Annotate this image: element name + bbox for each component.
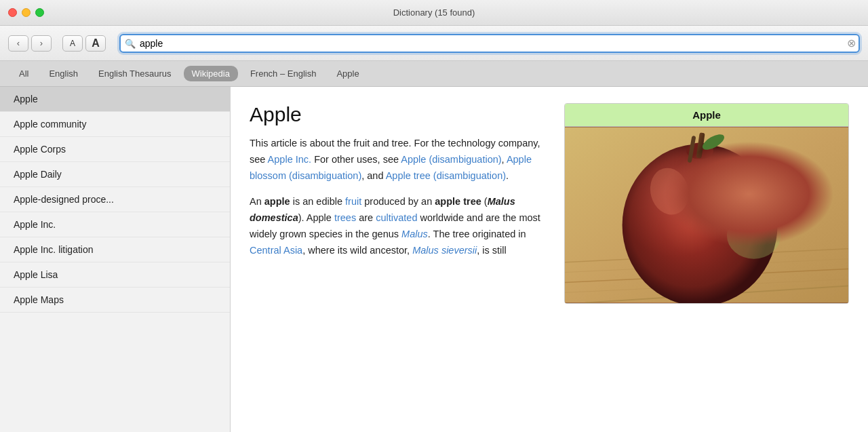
sidebar: Apple Apple community Apple Corps Apple …	[0, 87, 231, 432]
link-central-asia[interactable]: Central Asia	[250, 245, 302, 256]
article-text: Apple This article is about the fruit an…	[250, 103, 548, 416]
text-apple-bold: apple	[264, 196, 290, 207]
tab-english-thesaurus[interactable]: English Thesaurus	[90, 66, 179, 81]
article-paragraph-1: This article is about the fruit and tree…	[250, 136, 548, 184]
sidebar-item-apple-maps[interactable]: Apple Maps	[0, 288, 230, 313]
article-body: This article is about the fruit and tree…	[250, 136, 548, 258]
sidebar-item-apple-lisa[interactable]: Apple Lisa	[0, 262, 230, 288]
link-malus-sieversii[interactable]: Malus sieversii	[412, 245, 477, 256]
sidebar-item-apple-inc[interactable]: Apple Inc.	[0, 212, 230, 237]
close-button[interactable]	[8, 8, 17, 17]
svg-point-13	[727, 212, 781, 259]
tab-wikipedia[interactable]: Wikipedia	[184, 66, 238, 81]
sidebar-item-apple[interactable]: Apple	[0, 87, 230, 112]
window-title: Dictionary (15 found)	[393, 7, 475, 18]
main-area: Apple Apple community Apple Corps Apple …	[0, 87, 868, 432]
link-cultivated[interactable]: cultivated	[376, 212, 417, 223]
search-icon: 🔍	[125, 38, 136, 48]
content-area: Apple This article is about the fruit an…	[231, 87, 868, 432]
info-box: Apple	[564, 103, 849, 304]
apple-image	[565, 127, 848, 303]
toolbar: ‹ › A A 🔍 ⊗	[0, 26, 868, 61]
sidebar-item-apple-corps[interactable]: Apple Corps	[0, 137, 230, 162]
link-apple-disambiguation[interactable]: Apple (disambiguation)	[401, 154, 501, 165]
sidebar-item-apple-community[interactable]: Apple community	[0, 112, 230, 137]
tab-all[interactable]: All	[11, 66, 37, 81]
tab-english[interactable]: English	[41, 66, 86, 81]
link-fruit[interactable]: fruit	[345, 196, 361, 207]
apple-svg	[565, 127, 848, 303]
link-malus[interactable]: Malus	[401, 229, 428, 239]
link-apple-tree-disambiguation[interactable]: Apple tree (disambiguation)	[386, 170, 506, 181]
font-increase-button[interactable]: A	[85, 35, 106, 52]
traffic-lights	[8, 8, 44, 17]
sidebar-item-apple-inc-litigation[interactable]: Apple Inc. litigation	[0, 237, 230, 262]
link-trees[interactable]: trees	[334, 212, 356, 223]
forward-button[interactable]: ›	[31, 35, 52, 52]
info-box-header: Apple	[565, 104, 848, 127]
tab-french-english[interactable]: French – English	[242, 66, 325, 81]
svg-point-8	[623, 144, 778, 304]
tab-apple[interactable]: Apple	[328, 66, 367, 81]
font-decrease-button[interactable]: A	[62, 35, 83, 52]
text-apple-tree-bold: apple tree	[435, 196, 481, 207]
search-input[interactable]	[119, 34, 860, 53]
search-clear-button[interactable]: ⊗	[847, 38, 856, 49]
sidebar-item-apple-designed[interactable]: Apple-designed proce...	[0, 187, 230, 212]
link-apple-inc[interactable]: Apple Inc.	[268, 154, 312, 165]
article-paragraph-2: An apple is an edible fruit produced by …	[250, 194, 548, 259]
source-tabs: All English English Thesaurus Wikipedia …	[0, 61, 868, 87]
minimize-button[interactable]	[22, 8, 31, 17]
nav-buttons: ‹ ›	[8, 35, 52, 52]
font-size-buttons: A A	[62, 35, 106, 52]
article-title: Apple	[250, 103, 548, 126]
search-wrapper: 🔍 ⊗	[119, 34, 860, 53]
title-bar: Dictionary (15 found)	[0, 0, 868, 26]
sidebar-item-apple-daily[interactable]: Apple Daily	[0, 162, 230, 187]
info-box-image	[565, 127, 848, 303]
back-button[interactable]: ‹	[8, 35, 28, 52]
maximize-button[interactable]	[35, 8, 44, 17]
